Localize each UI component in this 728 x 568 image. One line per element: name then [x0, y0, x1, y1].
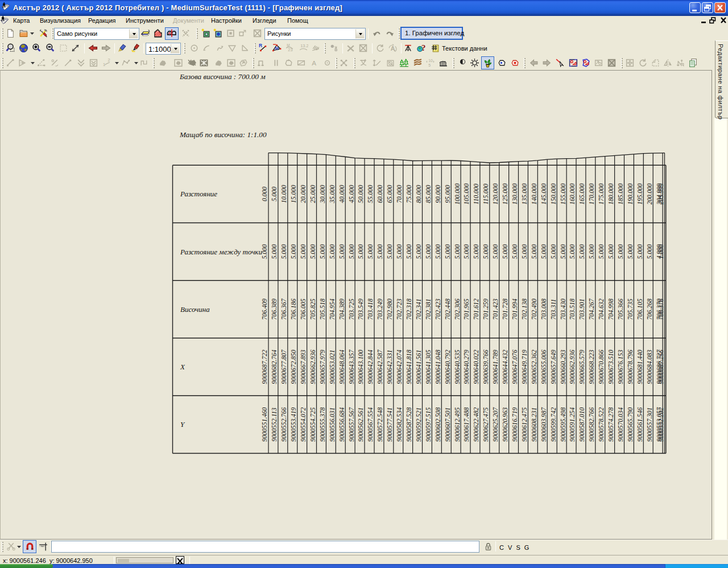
svg-text:9000578.522: 9000578.522: [598, 407, 605, 442]
svg-text:9000640.792: 9000640.792: [444, 349, 451, 384]
svg-text:170.000: 170.000: [588, 183, 595, 205]
svg-text:9000612.475: 9000612.475: [521, 407, 528, 442]
svg-text:5.000: 5.000: [482, 244, 489, 259]
svg-text:9000642.331: 9000642.331: [386, 349, 393, 384]
svg-text:9000641.305: 9000641.305: [425, 349, 432, 384]
svg-text:9000676.153: 9000676.153: [617, 349, 624, 384]
svg-text:80.000: 80.000: [415, 185, 422, 203]
svg-text:9000599.742: 9000599.742: [550, 407, 557, 442]
svg-text:9000687.722: 9000687.722: [262, 349, 268, 384]
svg-text:9000556.031: 9000556.031: [329, 408, 336, 442]
svg-text:9000640.535: 9000640.535: [454, 349, 461, 384]
svg-text:703.430: 703.430: [560, 298, 566, 320]
svg-text:5.000: 5.000: [521, 244, 528, 259]
svg-text:704.389: 704.389: [338, 298, 345, 320]
svg-text:5.000: 5.000: [425, 244, 432, 259]
svg-text:90.000: 90.000: [435, 185, 441, 203]
svg-text:9000652.362: 9000652.362: [531, 349, 537, 384]
svg-text:25.000: 25.000: [309, 185, 316, 203]
svg-text:9000582.766: 9000582.766: [588, 407, 595, 442]
svg-text:75.000: 75.000: [406, 185, 412, 203]
svg-text:9000684.083: 9000684.083: [646, 349, 653, 384]
svg-text:9000670.866: 9000670.866: [598, 349, 605, 384]
svg-text:9000647.076: 9000647.076: [511, 349, 518, 384]
svg-text:706.409: 706.409: [262, 298, 268, 320]
svg-text:9000612.495: 9000612.495: [454, 407, 461, 442]
svg-text:703.725: 703.725: [348, 298, 355, 320]
svg-text:9000673.510: 9000673.510: [607, 349, 614, 384]
svg-text:703.418: 703.418: [367, 298, 374, 320]
svg-text:9000681.440: 9000681.440: [636, 349, 643, 384]
svg-text:9000587.010: 9000587.010: [578, 407, 585, 442]
svg-text:5.000: 5.000: [473, 244, 479, 259]
svg-text:30.000: 30.000: [319, 185, 326, 204]
svg-text:703.311: 703.311: [550, 299, 557, 320]
svg-text:9000678.796: 9000678.796: [627, 349, 634, 384]
svg-text:9000668.223: 9000668.223: [588, 349, 595, 384]
svg-text:9000565.790: 9000565.790: [627, 407, 634, 442]
svg-text:5.000: 5.000: [329, 244, 336, 259]
svg-text:9000616.719: 9000616.719: [511, 407, 518, 442]
svg-text:145.000: 145.000: [540, 183, 547, 205]
svg-text:9000617.488: 9000617.488: [464, 407, 470, 442]
svg-text:1.000: 1.000: [657, 244, 664, 259]
svg-text:9000642.844: 9000642.844: [367, 349, 374, 384]
svg-text:5.000: 5.000: [271, 187, 278, 201]
svg-text:9000622.482: 9000622.482: [473, 407, 479, 442]
svg-text:706.186: 706.186: [290, 298, 297, 320]
svg-text:130.000: 130.000: [511, 183, 518, 205]
svg-text:55.000: 55.000: [367, 185, 374, 203]
svg-text:703.249: 703.249: [377, 298, 383, 320]
svg-text:9000641.561: 9000641.561: [415, 349, 422, 384]
svg-text:9000582.534: 9000582.534: [396, 407, 403, 442]
svg-text:9000643.357: 9000643.357: [348, 349, 355, 384]
svg-text:9000653.021: 9000653.021: [329, 349, 336, 384]
svg-text:Базова височина : 700.00 м: Базова височина : 700.00 м: [179, 72, 266, 81]
svg-text:9000552.113: 9000552.113: [271, 408, 278, 442]
svg-text:9000577.541: 9000577.541: [386, 408, 393, 442]
svg-text:702.306: 702.306: [454, 298, 461, 320]
svg-text:701.965: 701.965: [464, 298, 470, 320]
svg-text:9000603.987: 9000603.987: [540, 406, 547, 442]
svg-text:704.267: 704.267: [588, 298, 595, 320]
svg-text:5.000: 5.000: [435, 244, 441, 259]
svg-text:9000662.936: 9000662.936: [309, 349, 316, 384]
svg-text:180.000: 180.000: [607, 183, 614, 205]
svg-text:5.000: 5.000: [588, 244, 595, 259]
svg-text:9000625.207: 9000625.207: [492, 406, 499, 442]
svg-text:702.318: 702.318: [406, 298, 412, 320]
svg-text:702.381: 702.381: [425, 299, 432, 320]
svg-text:9000607.501: 9000607.501: [444, 408, 451, 442]
svg-text:85.000: 85.000: [425, 185, 432, 203]
svg-text:95.000: 95.000: [444, 185, 451, 203]
svg-text:9000627.475: 9000627.475: [482, 407, 489, 442]
svg-text:9000557.301: 9000557.301: [646, 408, 653, 442]
svg-text:5.000: 5.000: [540, 244, 547, 259]
svg-text:706.376: 706.376: [657, 298, 664, 320]
svg-text:9000640.022: 9000640.022: [473, 349, 479, 384]
svg-text:703.008: 703.008: [540, 298, 547, 320]
svg-text:9000639.766: 9000639.766: [482, 349, 489, 384]
svg-text:5.000: 5.000: [444, 244, 451, 259]
svg-text:9000602.508: 9000602.508: [435, 407, 441, 442]
svg-text:9000672.850: 9000672.850: [290, 349, 297, 384]
svg-text:5.000: 5.000: [415, 244, 422, 259]
svg-text:185.000: 185.000: [617, 183, 624, 205]
svg-text:175.000: 175.000: [598, 183, 605, 205]
svg-text:9000567.554: 9000567.554: [367, 407, 374, 442]
svg-text:120.000: 120.000: [492, 183, 499, 205]
svg-text:5.000: 5.000: [386, 244, 393, 259]
svg-text:5.000: 5.000: [464, 244, 470, 259]
svg-text:15.000: 15.000: [290, 185, 297, 203]
svg-text:706.005: 706.005: [300, 298, 307, 320]
svg-text:705.366: 705.366: [617, 298, 624, 320]
svg-text:200.000: 200.000: [646, 183, 653, 205]
svg-text:Височина: Височина: [180, 305, 210, 314]
svg-text:5.000: 5.000: [309, 244, 316, 259]
svg-text:9000592.521: 9000592.521: [415, 408, 422, 442]
svg-text:9000641.789: 9000641.789: [492, 349, 499, 384]
svg-text:190.000: 190.000: [627, 183, 634, 205]
svg-text:9000642.587: 9000642.587: [377, 349, 383, 384]
svg-text:5.000: 5.000: [598, 244, 605, 259]
svg-text:9000551.460: 9000551.460: [262, 407, 268, 442]
